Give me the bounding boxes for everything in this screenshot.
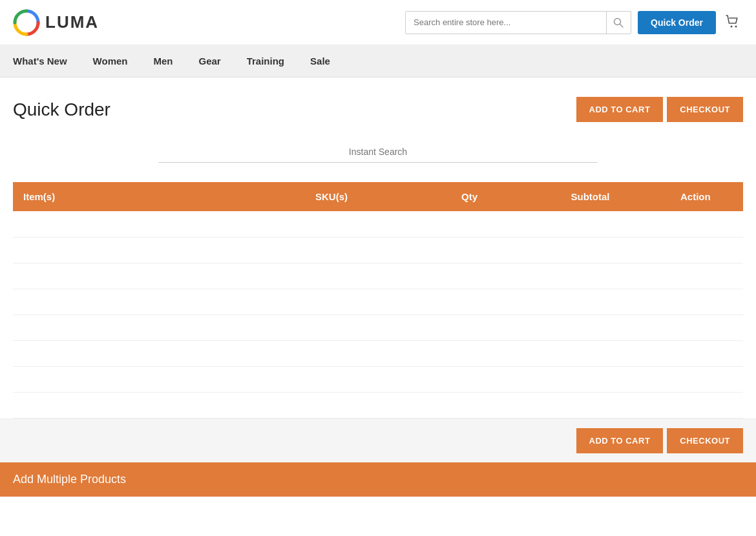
svg-point-3 [731,26,733,28]
search-button[interactable] [606,12,630,34]
table-header-row: Item(s) SKU(s) Qty Subtotal Action [13,182,743,211]
table-row-empty-2 [13,237,743,263]
table-row-empty-6 [13,340,743,366]
logo-area: LUMA [13,9,99,36]
col-skus: SKU(s) [305,182,451,211]
svg-point-4 [735,26,737,28]
table-row-empty-3 [13,263,743,289]
main-content: Quick Order ADD TO CART CHECKOUT Item(s)… [0,77,756,418]
header-right: Quick Order [405,11,743,34]
col-subtotal: Subtotal [561,182,671,211]
table-row-empty-7 [13,366,743,392]
cart-button[interactable] [722,11,743,34]
page-title: Quick Order [13,99,110,120]
table-row-empty-1 [13,211,743,237]
nav-item-women[interactable]: Women [80,45,141,77]
header: LUMA Quick Order [0,0,756,45]
logo-text: LUMA [45,12,99,32]
instant-search-container [13,141,743,163]
nav-item-men[interactable]: Men [140,45,185,77]
bottom-checkout-button[interactable]: CHECKOUT [667,428,743,453]
top-add-to-cart-button[interactable]: ADD TO CART [576,97,664,122]
table-row-empty-4 [13,289,743,314]
cart-icon [725,14,740,29]
add-multiple-products-bar[interactable]: Add Multiple Products [0,462,756,497]
col-items: Item(s) [13,182,305,211]
svg-line-2 [620,24,624,27]
table-body [13,211,743,418]
col-action: Action [670,182,743,211]
luma-logo-icon [13,9,40,36]
table-row-empty-5 [13,314,743,340]
page-header-row: Quick Order ADD TO CART CHECKOUT [13,97,743,122]
col-qty: Qty [451,182,561,211]
search-input[interactable] [406,12,606,34]
nav-item-training[interactable]: Training [234,45,297,77]
top-btn-group: ADD TO CART CHECKOUT [576,97,743,122]
search-bar [405,11,631,34]
top-checkout-button[interactable]: CHECKOUT [667,97,743,122]
nav-item-gear[interactable]: Gear [185,45,233,77]
instant-search-input[interactable] [158,141,598,163]
order-table: Item(s) SKU(s) Qty Subtotal Action [13,182,743,418]
nav-item-whats-new[interactable]: What's New [13,45,80,77]
bottom-add-to-cart-button[interactable]: ADD TO CART [576,428,664,453]
bottom-action-bar: ADD TO CART CHECKOUT [0,418,756,462]
quick-order-button[interactable]: Quick Order [638,11,716,34]
search-icon [613,17,624,28]
table-header: Item(s) SKU(s) Qty Subtotal Action [13,182,743,211]
nav: What's New Women Men Gear Training Sale [0,45,756,77]
nav-item-sale[interactable]: Sale [297,45,343,77]
table-row-empty-8 [13,392,743,418]
